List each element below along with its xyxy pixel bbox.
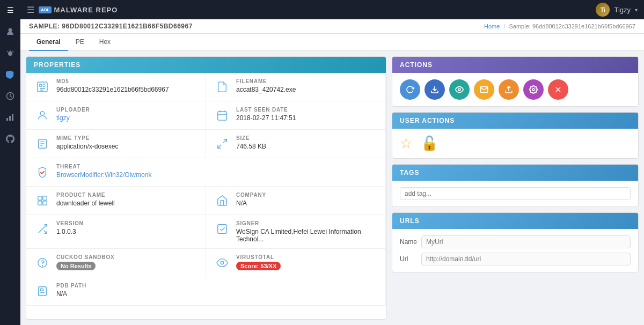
upload-button[interactable] <box>499 79 519 100</box>
properties-grid: MD5 96dd80012c33291e1621b66f5bd66967 FIL… <box>26 73 386 306</box>
svg-point-0 <box>9 28 12 32</box>
tab-pe[interactable]: PE <box>68 34 92 51</box>
url-url-input[interactable] <box>421 253 631 265</box>
svg-point-30 <box>221 261 224 264</box>
tab-hex[interactable]: Hex <box>92 34 118 51</box>
svg-rect-31 <box>39 287 47 296</box>
favorite-star-icon[interactable]: ☆ <box>400 135 412 152</box>
svg-rect-6 <box>6 118 8 121</box>
pdb-label: PDB PATH <box>56 283 86 289</box>
company-content: COMPANY N/A <box>236 192 266 207</box>
cuckoo-label: CUCKOO SANDBOX <box>56 254 114 260</box>
tags-section: TAGS <box>392 164 639 207</box>
actions-section: ACTIONS <box>392 56 639 107</box>
threat-icon <box>34 164 51 181</box>
sidebar-clock-icon[interactable] <box>4 90 16 102</box>
urls-header: URLS <box>392 213 638 229</box>
refresh-button[interactable] <box>400 79 420 100</box>
product-name-label: PRODUCT NAME <box>56 192 115 198</box>
tab-general[interactable]: General <box>29 34 68 51</box>
sidebar-menu-icon[interactable]: ☰ <box>4 4 16 16</box>
last-seen-icon <box>214 107 231 124</box>
svg-line-19 <box>223 139 226 143</box>
threat-content: THREAT BrowserModifier:Win32/Oiwmonk <box>56 164 151 179</box>
product-name-value: downloader of lewell <box>56 200 115 207</box>
page-title: SAMPLE: 96DD80012C33291E1621B66F5BD66967 <box>29 23 193 30</box>
filename-cell: FILENAME accat83_420742.exe <box>206 73 386 101</box>
filename-icon <box>214 78 231 95</box>
breadcrumb: Home / Sample: 96dd80012c33291e1621b66f5… <box>484 23 635 29</box>
tag-input[interactable] <box>400 187 631 200</box>
uploader-icon <box>34 107 51 124</box>
svg-point-10 <box>40 112 44 115</box>
unlock-icon[interactable]: 🔓 <box>421 135 438 152</box>
version-cell: VERSION 1.0.0.3 <box>26 215 206 249</box>
content-area: PROPERTIES MD5 96dd80012c33291e1621b66f5… <box>20 51 644 325</box>
settings-button[interactable] <box>523 79 544 100</box>
sidebar-shield-icon[interactable] <box>4 69 16 80</box>
company-value: N/A <box>236 200 266 207</box>
comment-button[interactable] <box>474 79 494 100</box>
svg-rect-27 <box>218 225 227 234</box>
svg-rect-11 <box>218 112 227 121</box>
filename-label: FILENAME <box>236 78 296 84</box>
cuckoo-icon <box>34 254 51 271</box>
size-icon <box>214 135 231 152</box>
svg-rect-23 <box>38 201 42 205</box>
mime-value: application/x-dosexec <box>56 143 118 150</box>
svg-rect-8 <box>12 114 13 121</box>
svg-rect-22 <box>43 196 47 200</box>
uploader-value[interactable]: tigzy <box>56 114 90 122</box>
cuckoo-content: CUCKOO SANDBOX No Results <box>56 254 114 270</box>
mime-icon <box>34 135 51 152</box>
svg-rect-7 <box>9 116 11 121</box>
url-name-label: Name <box>400 238 416 246</box>
url-url-label: Url <box>400 255 416 263</box>
actions-header: ACTIONS <box>392 57 638 73</box>
url-name-row: Name <box>400 235 631 248</box>
mime-cell: MIME TYPE application/x-dosexec <box>26 130 206 158</box>
username-label: Tigzy <box>614 6 631 14</box>
breadcrumb-home[interactable]: Home <box>484 23 500 29</box>
last-seen-content: LAST SEEN DATE 2018-02-27 11:47:51 <box>236 107 296 122</box>
chevron-down-icon[interactable]: ▾ <box>635 7 638 13</box>
size-cell: SIZE 746.58 KB <box>206 130 386 158</box>
virustotal-icon <box>214 254 231 271</box>
hamburger-icon[interactable]: ☰ <box>27 5 34 15</box>
last-seen-cell: LAST SEEN DATE 2018-02-27 11:47:51 <box>206 101 386 130</box>
svg-line-4 <box>12 51 13 52</box>
delete-button[interactable] <box>548 79 568 100</box>
tags-content <box>392 181 638 206</box>
md5-content: MD5 96dd80012c33291e1621b66f5bd66967 <box>56 78 169 93</box>
threat-cell: THREAT BrowserModifier:Win32/Oiwmonk <box>26 158 386 187</box>
main-content: ☰ ADL MALWARE REPO Ti Tigzy ▾ SAMPLE: 96… <box>20 0 644 325</box>
navbar: ☰ ADL MALWARE REPO Ti Tigzy ▾ <box>20 0 644 19</box>
download-button[interactable] <box>425 79 445 100</box>
signer-value: WoSign CA Limited,Hefei Lewei Informatio… <box>236 228 378 243</box>
url-name-input[interactable] <box>421 235 631 248</box>
md5-cell: MD5 96dd80012c33291e1621b66f5bd66967 <box>26 73 206 101</box>
sidebar-github-icon[interactable] <box>4 133 16 145</box>
mime-label: MIME TYPE <box>56 135 118 141</box>
company-label: COMPANY <box>236 192 266 198</box>
sidebar-bug-icon[interactable] <box>4 47 16 59</box>
cuckoo-cell: CUCKOO SANDBOX No Results <box>26 249 206 277</box>
virustotal-label: VIRUSTOTAL <box>236 254 281 260</box>
svg-rect-24 <box>43 201 47 205</box>
svg-line-26 <box>44 231 47 234</box>
virustotal-badge: Score: 53/XX <box>236 262 281 270</box>
uploader-label: UPLOADER <box>56 107 90 113</box>
user-actions-header: USER ACTIONS <box>392 113 638 129</box>
virustotal-content: VIRUSTOTAL Score: 53/XX <box>236 254 281 270</box>
threat-value[interactable]: BrowserModifier:Win32/Oiwmonk <box>56 171 151 179</box>
avatar: Ti <box>596 3 610 17</box>
urls-section: URLS Name Url <box>392 212 639 272</box>
uploader-content: UPLOADER tigzy <box>56 107 90 122</box>
urls-content: Name Url <box>392 229 638 272</box>
sidebar-chart-icon[interactable] <box>4 112 16 123</box>
svg-rect-21 <box>38 196 42 200</box>
actions-buttons <box>392 73 638 106</box>
sidebar-user-icon[interactable] <box>4 26 16 38</box>
size-value: 746.58 KB <box>236 143 266 150</box>
view-button[interactable] <box>449 79 470 100</box>
